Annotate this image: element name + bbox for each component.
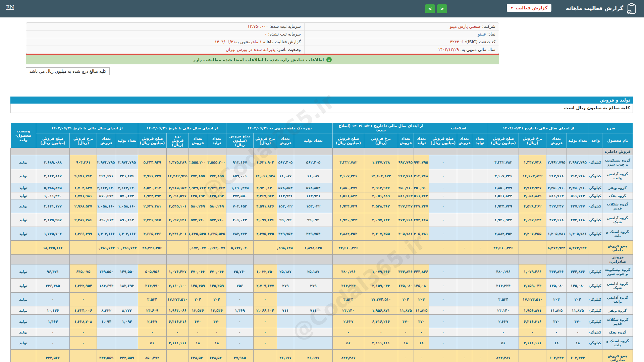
- column-header: مبلغ فروش (میلیون ریال): [429, 133, 457, 148]
- value-cell: ۱۱,۸۲۵: [414, 306, 429, 315]
- report-type-dropdown-label: گزارش فعالیت: [516, 5, 547, 10]
- table-cell: [398, 255, 414, 264]
- value-cell: [519, 350, 546, 362]
- unit-cell: [589, 350, 602, 362]
- value-cell: [472, 199, 488, 213]
- report-type-dropdown[interactable]: گزارش فعالیت ▼: [507, 4, 551, 12]
- value-cell: ۶۲۵,۶۹۴: [189, 192, 207, 199]
- value-cell: ۲,۹۲۹,۷۶۴: [207, 183, 226, 192]
- value-cell: ۴۴۴,۸۴۶: [546, 264, 567, 279]
- value-cell: ۴,۰۹۷,۶۴۴: [364, 213, 398, 227]
- value-cell: ۲,۳۵۰,۹۱۰: [414, 183, 429, 192]
- value-cell: ۱,۸۹۸,۱۴۵: [277, 241, 294, 255]
- status-cell: تولید: [11, 213, 36, 227]
- value-cell: ۹۹,۰۹۲: [277, 213, 294, 227]
- value-cell: ۰: [429, 350, 457, 362]
- value-cell: [472, 192, 488, 199]
- value-cell: ۱۷,۲۷۴,۵۱۰: [167, 293, 189, 306]
- table-cell: [70, 255, 97, 264]
- value-cell: [97, 337, 116, 350]
- table-row: گروه بیسکویت و چوب شورکیلوگرم۴۴۴,۸۴۶۴۴۴,…: [11, 264, 633, 279]
- value-cell: ۴۴۴,۸۴۶: [567, 264, 589, 279]
- value-cell: ۲,۱۵۹,۰۴۳: [364, 279, 398, 293]
- value-cell: ۱,۷۷۵,۷۰۲: [36, 227, 70, 241]
- value-cell: ۰: [253, 293, 277, 306]
- next-report-button[interactable]: >: [425, 4, 435, 13]
- column-header: تعداد تولید: [567, 133, 589, 148]
- value-cell: ۲۰۴: [546, 293, 567, 306]
- value-cell: [472, 264, 488, 279]
- value-cell: ۲,۹۷۳,۷۹۵: [97, 155, 116, 169]
- value-cell: ۲,۳۵۰,۹۱۰: [567, 183, 589, 192]
- value-cell: ۰: [567, 328, 589, 337]
- value-cell: ۲,۹۹۲,۷۹۵: [398, 155, 414, 169]
- value-cell: [472, 155, 488, 169]
- value-cell: ۵۶۲,۴۰۵: [277, 155, 294, 169]
- value-cell: ۲,۱۶۰,۱۰۰: [167, 279, 189, 293]
- value-cell: [457, 306, 472, 315]
- value-cell: ۱۴۵,۰۸۰: [414, 279, 429, 293]
- table-cell: [429, 255, 457, 264]
- table-cell: [472, 148, 488, 155]
- value-cell: ۲,۳۵۰,۹۱۰: [398, 183, 414, 192]
- table-row: گروه اسنک و پلتکیلوگرم۱۸۱۸۳,۱۱۱,۱۱۱۵۶۰۱۸…: [11, 337, 633, 350]
- status-cell: تولید: [11, 264, 36, 279]
- value-cell: ۱۴۵,۰۸۰: [567, 279, 589, 293]
- value-cell: ۲۲۱,۶۷۶: [116, 169, 138, 183]
- language-switch-link[interactable]: EN: [6, 4, 14, 10]
- value-cell: ۲۱۲,۷۶۸: [546, 169, 567, 183]
- value-cell: ۰: [429, 315, 457, 328]
- value-cell: ۲,۹۶۸,۵۲۷: [70, 199, 97, 213]
- value-cell: ۲,۳۵۰,۹۱۰: [546, 183, 567, 192]
- column-header: از ابتدای سال مالی تا تاریخ ۱۴۰۴/۰۶/۳۱: [138, 123, 226, 133]
- chevron-down-icon: ▼: [511, 6, 513, 9]
- value-cell: ۲,۲۰۷,۴۵۵: [519, 227, 546, 241]
- status-cell: تولید: [11, 199, 36, 213]
- value-cell: ۱,۰۱۱,۲۲۰: [36, 192, 70, 199]
- value-cell: ۸,۲۷۴,۹۳۲: [567, 241, 589, 255]
- column-header: شرح: [589, 123, 633, 133]
- value-cell: ۱,۹۵۶,۸۷۱: [519, 306, 546, 315]
- value-cell: ۹۶,۴۷۱: [36, 264, 70, 279]
- value-cell: ۰: [36, 328, 70, 337]
- product-name-cell: گروه ویفر: [602, 183, 633, 192]
- info-value: ۱۳,۷۵۰,۰۰۰: [248, 24, 268, 29]
- status-cell: تولید: [11, 337, 36, 350]
- value-cell: ۷۰۲,۶۵۲: [226, 199, 254, 213]
- value-cell: ۳۱۳,۲۳۴: [488, 279, 519, 293]
- value-cell: ۳۷۰: [414, 315, 429, 328]
- value-cell: ۲,۰۶۶,۱۰۴: [253, 306, 277, 315]
- value-cell: [457, 227, 472, 241]
- value-cell: ۳۴۲,۵۵۹: [116, 350, 138, 362]
- value-cell: ۱,۹۶۳,۰۶۶: [167, 306, 189, 315]
- value-cell: ۲,۳۳۷: [333, 315, 364, 328]
- value-cell: ۴,۵۲۸,۳۶۲: [364, 199, 398, 213]
- value-cell: ۹۹,۰۹۲: [294, 213, 333, 227]
- units-note-row: کلیه مبالغ به میلیون ریال است: [10, 104, 633, 113]
- status-cell: تولید: [11, 192, 36, 199]
- value-cell: ۴۲۷,۲۴۷: [398, 199, 414, 213]
- value-cell: ۱,۴۰۲,۱۶۶: [97, 227, 116, 241]
- product-name-cell: گروه شکلات قدیم: [602, 315, 633, 328]
- product-name-cell: جمع فروش صادراتی: [602, 350, 633, 362]
- value-cell: ۴۰۶,۰۴۲: [226, 213, 254, 227]
- value-cell: ۱۰,۱۷۳,۰۷۷: [189, 241, 207, 255]
- info-value[interactable]: غپینو: [478, 32, 486, 37]
- value-cell: ۰: [457, 350, 472, 362]
- status-cell: تولید: [11, 227, 36, 241]
- info-field: وضعیت ناشر: پذیرفته شده در بورس تهران: [26, 46, 304, 54]
- unit-cell: کیلوگرم: [589, 199, 602, 213]
- value-cell: ۱,۰۵۸,۱۶۰: [97, 199, 116, 213]
- value-cell: ۲,۹۲۰,۱۴۰: [253, 183, 277, 192]
- status-cell: تولید: [11, 169, 36, 183]
- table-cell: [116, 255, 138, 264]
- value-cell: ۰: [253, 328, 277, 337]
- column-header: تعداد تولید: [414, 133, 429, 148]
- value-cell: [472, 293, 488, 306]
- value-cell: ۱,۰۹۴: [97, 315, 116, 328]
- info-value: ۰: [265, 32, 267, 37]
- value-cell: [472, 183, 488, 192]
- value-cell: ۱,۰۷۹,۴۶۶: [364, 264, 398, 279]
- info-value: صنعتي پارس مينو: [450, 24, 481, 29]
- previous-report-button[interactable]: <: [437, 4, 447, 13]
